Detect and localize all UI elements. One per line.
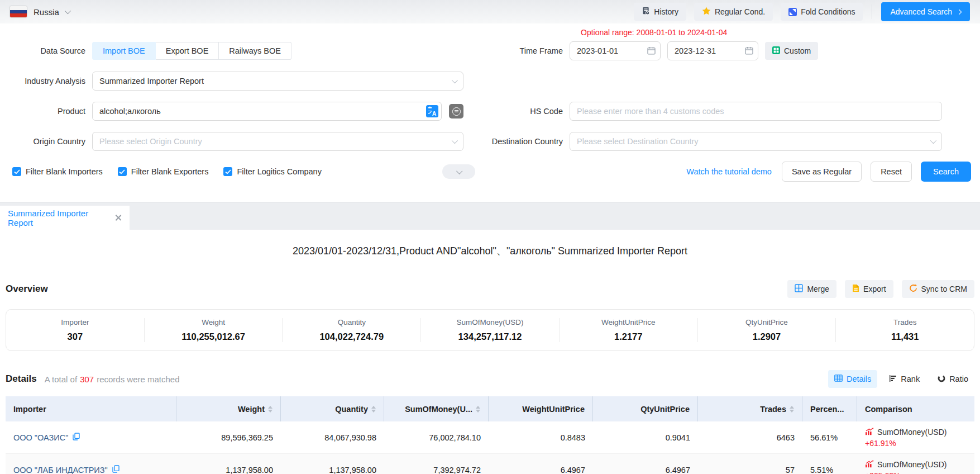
weight-unit-price-cell: 6.4967 [489,466,593,474]
custom-range-button[interactable]: Custom [765,42,818,60]
importer-name[interactable]: ООО "ОАЗИС" [13,433,68,442]
filter-blank-importers-checkbox[interactable]: Filter Blank Importers [12,167,103,176]
stat-label: Quantity [283,318,420,326]
row-product: Product A HS Code [0,102,980,121]
reset-button[interactable]: Reset [871,162,912,182]
search-form: Optional range: 2008-01-01 to 2024-01-04… [0,23,980,181]
sync-to-crm-button[interactable]: Sync to CRM [902,280,974,298]
translate-icon[interactable]: A [426,105,438,120]
sum-cell: 7,392,974.72 [384,466,489,474]
export-button[interactable]: Export [845,280,893,298]
col-label: Weight [238,405,265,414]
view-rank-button[interactable]: Rank [883,370,926,388]
overview-bar: Overview Merge Export Sync to CRM [6,280,974,298]
tab-close-icon[interactable] [114,214,122,221]
destination-country-label: Destination Country [463,137,570,146]
filter-blank-exporters-checkbox[interactable]: Filter Blank Exporters [118,167,209,176]
tab-export-boe[interactable]: Export BOE [156,42,219,60]
stat-value: 11,431 [836,331,974,342]
sort-icon[interactable] [268,406,273,413]
row-data-source: Data Source Import BOE Export BOE Railwa… [0,41,980,60]
chevron-down-icon [452,77,458,83]
sort-icon[interactable] [790,406,794,413]
stat-value: 104,022,724.79 [283,331,420,342]
chevron-right-icon [957,9,962,15]
history-button[interactable]: History [634,3,686,21]
col-label: Trades [760,405,786,414]
qty-unit-price-cell: 6.4967 [593,466,698,474]
table-row[interactable]: ООО "ОАЗИС" 89,596,369.25 84,067,930.98 … [6,421,974,454]
advanced-search-button[interactable]: Advanced Search [881,2,970,21]
col-label: Comparison [865,405,912,414]
search-button[interactable]: Search [921,162,971,182]
chevron-down-icon [456,168,462,174]
fold-conditions-button[interactable]: Fold Conditions [781,3,863,21]
regular-cond-button[interactable]: Regular Cond. [694,3,773,21]
col-comparison: Comparison [857,396,974,421]
col-percent: Percen... [802,396,857,421]
trend-chart-icon [865,460,874,470]
industry-analysis-value: Summarized Importer Report [99,77,452,86]
stat-label: WeightUnitPrice [560,318,697,326]
sort-icon[interactable] [371,406,376,413]
tab-summarized-importer-report[interactable]: Summarized Importer Report [0,206,130,230]
stat-qty-unit-price: QtyUnitPrice 1.2907 [697,318,836,342]
industry-analysis-select[interactable]: Summarized Importer Report [92,72,463,91]
sync-to-crm-label: Sync to CRM [921,285,967,293]
calendar-icon[interactable] [745,46,753,57]
fold-icon [788,8,797,16]
reset-label: Reset [881,167,902,176]
comparison-cell: SumOfMoney(USD) +61.91% [857,428,974,448]
origin-country-select[interactable]: Please select Origin Country [92,132,463,151]
comparison-metric: SumOfMoney(USD) [877,460,946,469]
importer-cell: ООО "ЛАБ ИНДАСТРИЗ" [6,465,176,474]
view-details-button[interactable]: Details [828,370,877,388]
summary-count: 307 [80,375,94,384]
stat-label: Importer [6,318,144,326]
copy-icon[interactable] [73,433,80,442]
russia-flag-icon [10,6,27,17]
filter-logitics-company-label: Filter Logitics Company [237,167,322,176]
col-label: SumOfMoney(U... [405,405,472,414]
calendar-icon[interactable] [647,46,656,57]
checkbox-checked-icon [12,167,21,176]
time-frame-label: Time Frame [463,46,570,55]
trades-cell: 6463 [698,433,802,442]
tutorial-link[interactable]: Watch the tutorial demo [686,167,772,176]
tab-import-boe[interactable]: Import BOE [92,42,156,60]
destination-country-select[interactable]: Please select Destination Country [570,132,942,151]
collapse-conditions-button[interactable] [442,164,475,179]
tab-label: Summarized Importer Report [8,208,114,227]
col-sum-of-money: SumOfMoney(U... [384,396,489,421]
export-icon [852,284,859,294]
history-icon [642,7,650,17]
qty-unit-price-cell: 0.9041 [593,433,698,442]
copy-icon[interactable] [112,465,119,474]
svg-text:A: A [432,110,437,117]
merge-button[interactable]: Merge [787,280,836,298]
data-source-tabs: Import BOE Export BOE Railways BOE [92,42,291,60]
weight-cell: 1,137,958.00 [176,466,281,474]
overview-heading: Overview [6,283,48,295]
importer-name[interactable]: ООО "ЛАБ ИНДАСТРИЗ" [13,466,108,474]
save-as-regular-button[interactable]: Save as Regular [782,162,862,182]
table-row[interactable]: ООО "ЛАБ ИНДАСТРИЗ" 1,137,958.00 1,137,9… [6,454,974,474]
synonym-icon[interactable] [449,104,463,118]
col-quantity: Quantity [281,396,384,421]
product-input[interactable] [92,102,442,121]
summary-prefix: A total of [45,375,77,384]
hs-code-input[interactable] [570,102,942,121]
sort-icon[interactable] [476,406,480,413]
summary-suffix: records were matched [97,375,179,384]
chevron-down-icon[interactable] [65,8,71,14]
history-label: History [654,7,678,16]
view-ratio-button[interactable]: Ratio [931,370,974,388]
report-title: 2023/01/01-2023/12/31,Product AND"alcoho… [6,244,974,258]
details-bar: Details A total of307records were matche… [6,370,974,388]
save-as-regular-label: Save as Regular [792,167,852,176]
row-countries: Origin Country Please select Origin Coun… [0,132,980,151]
details-table: Importer Weight Quantity SumOfMoney(U...… [6,396,974,474]
tab-railways-boe[interactable]: Railways BOE [219,42,291,60]
col-importer: Importer [6,396,176,421]
filter-logitics-company-checkbox[interactable]: Filter Logitics Company [223,167,322,176]
